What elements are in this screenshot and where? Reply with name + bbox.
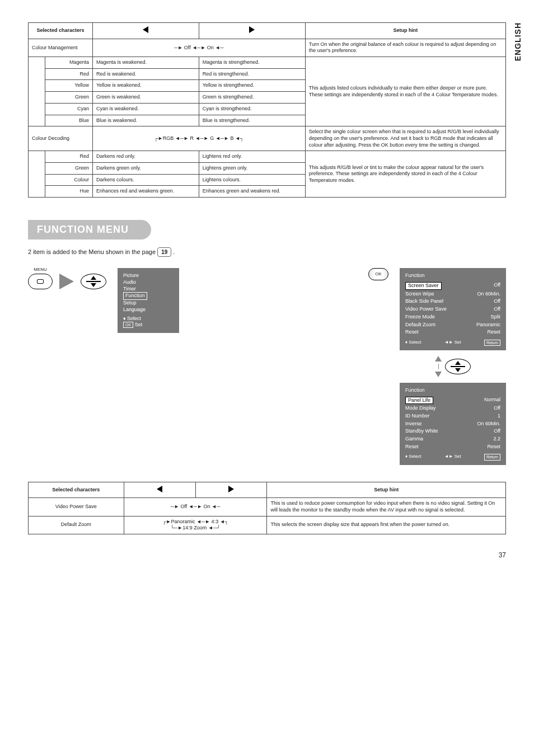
- row-magenta: Magenta: [45, 57, 93, 69]
- menu-item: Audio: [123, 279, 174, 286]
- osd-row: Video Power Save: [405, 306, 447, 313]
- cycle-colour-decoding: ┌►RGB ◄─► R ◄─► G ◄─► B ◄┐: [92, 126, 305, 151]
- osd-panel-2: Function Panel LifeNormal Mode DisplayOf…: [400, 383, 506, 465]
- header-selected-characters-2: Selected characters: [29, 482, 124, 498]
- row-yellow: Yellow: [45, 80, 93, 92]
- row-blue: Blue: [45, 115, 93, 126]
- cell-yellow-right: Yellow is strengthened.: [199, 80, 305, 92]
- row-dec-colour: Colour: [45, 174, 93, 186]
- cell-cyan-right: Cyan is strengthened.: [199, 103, 305, 115]
- cell-magenta-right: Magenta is strengthened.: [199, 57, 305, 69]
- section-title-function-menu: FUNCTION MENU: [28, 220, 151, 240]
- colour-settings-table: Selected characters Setup hint Colour Ma…: [28, 22, 506, 198]
- header-setup-hint: Setup hint: [305, 23, 505, 39]
- cell-green-left: Green is weakened.: [92, 92, 199, 104]
- cell-yellow-left: Yellow is weakened.: [92, 80, 199, 92]
- osd-row: ID Number: [405, 413, 430, 420]
- cell-red-left: Red is weakened.: [92, 68, 199, 80]
- osd-val: 2.2: [493, 436, 500, 443]
- header-right-arrow: [199, 23, 305, 39]
- language-tab: ENGLISH: [513, 22, 523, 61]
- cell-dec-hue-left: Enhances red and weakens green.: [92, 186, 199, 198]
- spacer: [29, 151, 45, 198]
- osd-foot: Set: [455, 340, 461, 345]
- function-settings-table: Selected characters Setup hint Video Pow…: [28, 482, 506, 534]
- cell-cyan-left: Cyan is weakened.: [92, 103, 199, 115]
- note-suffix: .: [173, 248, 175, 255]
- menu-button-icon: [28, 274, 53, 289]
- row-dec-red: Red: [45, 151, 93, 163]
- osd-val: Reset: [487, 329, 500, 336]
- osd-row: Gamma: [405, 436, 423, 443]
- row-red: Red: [45, 68, 93, 80]
- osd-foot: Set: [455, 454, 461, 459]
- header-left-arrow: [92, 23, 199, 39]
- cycle-colour-management: ─► Off ◄─► On ◄─: [92, 39, 305, 57]
- osd-val: Normal: [484, 397, 500, 405]
- nav-pad-icon: [81, 274, 106, 289]
- cell-dec-colour-right: Lightens colours.: [199, 174, 305, 186]
- row-default-zoom: Default Zoom: [29, 516, 124, 534]
- menu-item: Setup: [123, 300, 174, 307]
- osd-row: Default Zoom: [405, 322, 435, 328]
- osd-row: Inverse: [405, 421, 422, 428]
- arrow-icon: [59, 274, 74, 289]
- osd-val: Off: [494, 282, 500, 290]
- osd-val: On 60Min.: [477, 291, 500, 298]
- hint-colour-group: This adjusts listed colours individually…: [305, 57, 505, 126]
- osd-row: Panel Life: [405, 397, 433, 405]
- osd-row: Screen Wipe: [405, 291, 434, 298]
- row-cyan: Cyan: [45, 103, 93, 115]
- menu-item: Language: [123, 307, 174, 313]
- header-selected-characters: Selected characters: [29, 23, 93, 39]
- osd-row: Reset: [405, 444, 419, 450]
- cell-magenta-left: Magenta is weakened.: [92, 57, 199, 69]
- cell-dec-colour-left: Darkens colours.: [92, 174, 199, 186]
- osd-val: 1: [498, 413, 500, 420]
- foot-set: Set: [135, 322, 143, 327]
- header-setup-hint-2: Setup hint: [267, 482, 506, 498]
- osd-val: Reset: [487, 444, 500, 450]
- header-left-arrow-2: [124, 482, 195, 498]
- menu-item: Timer: [123, 286, 174, 293]
- osd-val: Off: [494, 428, 500, 435]
- osd-menu-list: Picture Audio Timer Function Setup Langu…: [118, 268, 179, 333]
- osd-val: On 60Min.: [477, 421, 500, 428]
- hint-dec-group: This adjusts R/G/B level or tint to make…: [305, 151, 505, 198]
- row-green: Green: [45, 92, 93, 104]
- osd-row: Black Side Panel: [405, 298, 443, 305]
- osd-row: Reset: [405, 329, 419, 336]
- osd-foot: Return: [486, 455, 498, 459]
- row-colour-decoding: Colour Decoding: [29, 126, 93, 151]
- menu-item: Picture: [123, 273, 174, 279]
- osd-val: Off: [494, 405, 500, 412]
- osd-val: Off: [494, 298, 500, 305]
- spacer: [29, 57, 45, 126]
- note-text: 2 item is added to the Menu shown in the…: [28, 247, 506, 257]
- osd-row: Screen Saver: [405, 282, 442, 290]
- menu-button-label: MENU: [34, 267, 47, 273]
- osd-foot: Select: [409, 454, 421, 459]
- cell-blue-left: Blue is weakened.: [92, 115, 199, 126]
- hint-colour-decoding: Select the single colour screen when tha…: [305, 126, 505, 151]
- cell-dec-hue-right: Enhances green and weakens red.: [199, 186, 305, 198]
- osd-row: Mode Display: [405, 405, 436, 412]
- menu-item-highlight: Function: [123, 292, 147, 300]
- row-colour-management: Colour Management: [29, 39, 93, 57]
- hint-colour-management: Turn On when the original balance of eac…: [305, 39, 505, 57]
- osd-val: Off: [494, 306, 500, 313]
- diagram-row: MENU Picture Audio Timer Function Setup …: [28, 268, 506, 464]
- hint-video-power-save: This is used to reduce power consumption…: [267, 498, 506, 516]
- osd-row: Standby White: [405, 428, 438, 435]
- row-dec-green: Green: [45, 162, 93, 174]
- foot-select: Select: [127, 316, 141, 321]
- osd-foot: Return: [486, 341, 498, 345]
- ok-button-icon: OK: [368, 268, 388, 280]
- cycle-default-zoom: ┌►Panoramic ◄─► 4:3 ◄┐└─►14:9 Zoom ◄─┘: [124, 516, 267, 534]
- cell-dec-red-left: Darkens red only.: [92, 151, 199, 163]
- osd-val: Split: [490, 314, 500, 321]
- hint-default-zoom: This selects the screen display size tha…: [267, 516, 506, 534]
- osd-row: Freeze Mode: [405, 314, 435, 321]
- row-dec-hue: Hue: [45, 186, 93, 198]
- cell-dec-red-right: Lightens red only.: [199, 151, 305, 163]
